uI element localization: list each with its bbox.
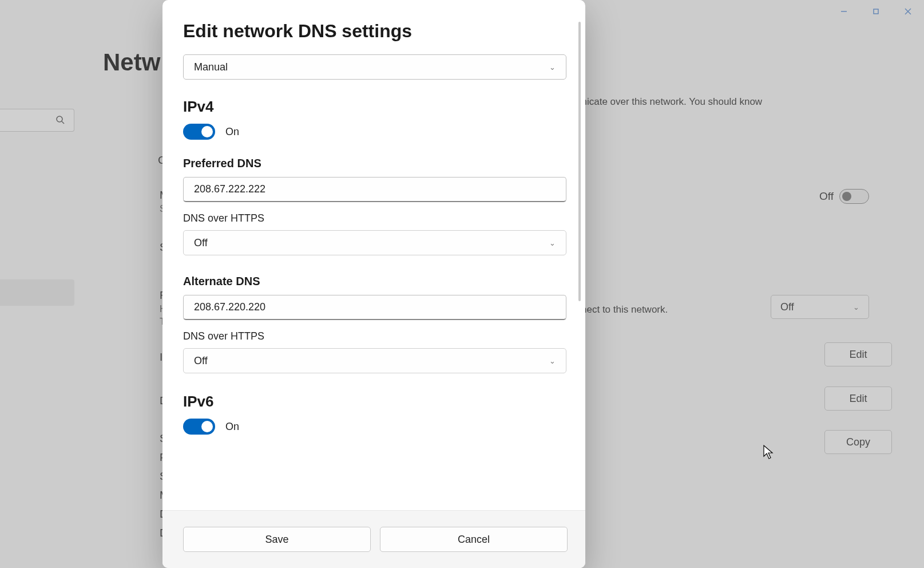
chevron-down-icon: ⌄ xyxy=(549,239,556,247)
scrollbar[interactable] xyxy=(578,22,581,301)
cancel-button[interactable]: Cancel xyxy=(380,527,568,552)
modal-footer: Save Cancel xyxy=(162,510,585,568)
ipv6-toggle-row: On xyxy=(183,419,565,435)
dns-mode-select[interactable]: Manual ⌄ xyxy=(183,54,566,80)
dns-settings-modal: Edit network DNS settings Manual ⌄ IPv4 … xyxy=(162,0,585,568)
ipv4-toggle-state: On xyxy=(225,126,239,138)
ipv4-heading: IPv4 xyxy=(183,98,565,116)
save-button[interactable]: Save xyxy=(183,527,371,552)
ipv4-toggle-row: On xyxy=(183,124,565,140)
alternate-dns-input[interactable]: 208.67.220.220 xyxy=(183,295,566,320)
preferred-dns-input[interactable]: 208.67.222.222 xyxy=(183,177,566,202)
doh-label: DNS over HTTPS xyxy=(183,212,565,224)
doh-value: Off xyxy=(194,237,208,249)
ipv4-toggle[interactable] xyxy=(183,124,215,140)
doh2-value: Off xyxy=(194,355,208,367)
ipv6-toggle[interactable] xyxy=(183,419,215,435)
modal-body: Edit network DNS settings Manual ⌄ IPv4 … xyxy=(162,0,585,510)
alternate-dns-label: Alternate DNS xyxy=(183,275,565,288)
doh2-label: DNS over HTTPS xyxy=(183,330,565,342)
ipv6-heading: IPv6 xyxy=(183,393,565,411)
ipv6-toggle-state: On xyxy=(225,421,239,433)
dns-mode-value: Manual xyxy=(194,61,228,73)
modal-title: Edit network DNS settings xyxy=(183,21,565,42)
alternate-dns-value: 208.67.220.220 xyxy=(194,301,265,313)
doh2-select[interactable]: Off ⌄ xyxy=(183,348,566,373)
chevron-down-icon: ⌄ xyxy=(549,357,556,365)
preferred-dns-label: Preferred DNS xyxy=(183,157,565,170)
chevron-down-icon: ⌄ xyxy=(549,63,556,72)
preferred-dns-value: 208.67.222.222 xyxy=(194,183,265,195)
doh-select[interactable]: Off ⌄ xyxy=(183,230,566,255)
